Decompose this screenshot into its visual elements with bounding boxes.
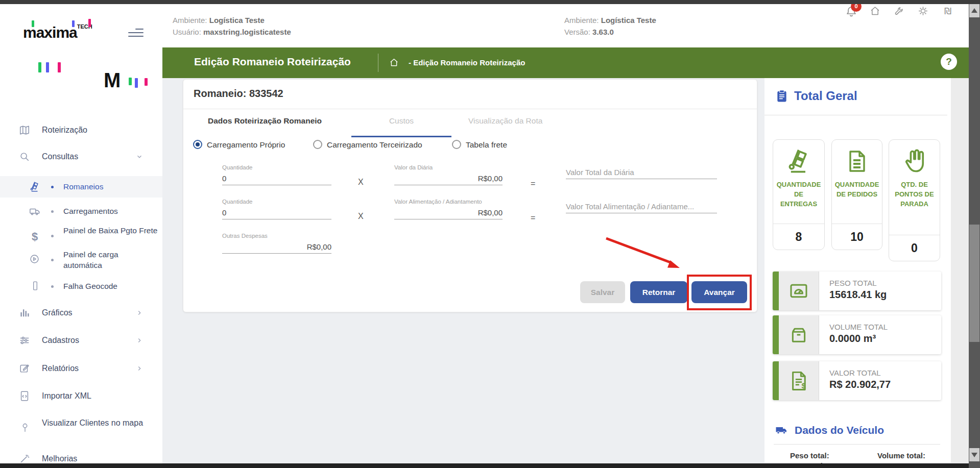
sidebar-logo-m: M	[104, 69, 121, 92]
edit-icon	[19, 363, 30, 374]
sidebar-logo-bar-green	[38, 62, 41, 72]
stat-card-entregas: QUANTIDADE DE ENTREGAS 8	[773, 139, 825, 250]
document-icon	[832, 140, 882, 178]
bullet-dot	[51, 259, 54, 261]
breadcrumb-home-icon[interactable]	[389, 58, 399, 67]
volume-total-label: VOLUME TOTAL	[829, 323, 888, 331]
peso-total-label: PESO TOTAL	[829, 279, 887, 287]
vertical-scrollbar[interactable]	[969, 0, 980, 468]
hand-truck-icon	[29, 181, 40, 192]
logo-tick-blue	[72, 20, 75, 27]
peso-total-value: 15618.41 kg	[829, 289, 887, 301]
quantidade-label-2: Quantidade	[222, 199, 331, 205]
chevron-right-icon	[136, 365, 143, 372]
app-root: maximaTECH Ambiente: Logística Teste Usu…	[0, 0, 980, 468]
carregamento-radio-group: Carregamento Próprio Carregamento Tercei…	[183, 140, 757, 152]
breadcrumb: - Edição Romaneio Roteirização	[409, 58, 525, 67]
tab-dados-roteirizacao-romaneio[interactable]: Dados Roteirização Romaneio	[208, 116, 322, 126]
sidebar-logo-bar-pink	[58, 62, 61, 72]
truck-icon	[29, 206, 40, 217]
wrench-icon[interactable]	[894, 6, 905, 17]
dados-veiculo-header: Dados do Veículo	[774, 424, 884, 436]
box-icon	[779, 315, 819, 354]
valor-diaria-input[interactable]	[394, 172, 503, 185]
retornar-button[interactable]: Retornar	[630, 281, 687, 303]
environment-info-left: Ambiente: Logística Teste Usuário: maxst…	[173, 14, 291, 38]
sidebar-logo-m-bar-pink	[145, 78, 148, 86]
help-button[interactable]: ?	[941, 54, 957, 70]
logo-tick-pink	[88, 19, 91, 27]
valor-total-alimentacao-input[interactable]	[566, 200, 717, 213]
outras-despesas-input[interactable]	[222, 240, 331, 254]
active-tab-underline	[351, 136, 451, 137]
scroll-down-button[interactable]	[969, 448, 979, 461]
multiply-operator: X	[358, 178, 364, 187]
stat-card-pedidos: QUANTIDADE DE PEDIDOS 10	[831, 139, 882, 250]
valor-diaria-field: Valor da Diária	[394, 164, 503, 185]
chevron-right-icon	[136, 309, 143, 316]
scrollbar-thumb[interactable]	[969, 225, 979, 342]
home-icon[interactable]	[870, 6, 881, 17]
equals-operator: =	[531, 179, 535, 188]
truck-icon	[774, 424, 789, 436]
dados-veiculo-title: Dados do Veículo	[795, 424, 884, 436]
vehicle-divider	[774, 444, 940, 445]
radio-carregamento-terceirizado[interactable]	[313, 140, 322, 149]
total-geral-title: Total Geral	[794, 89, 857, 103]
row-accent-bar	[773, 272, 779, 310]
ambiente-label: Ambiente:	[173, 16, 207, 24]
valor-total-alimentacao-field	[566, 199, 717, 213]
romaneio-form-card: Romaneio: 833542 Dados Roteirização Roma…	[183, 79, 757, 312]
page-titlebar: Edição Romaneio Roteirização - Edição Ro…	[162, 47, 969, 78]
scroll-up-button[interactable]	[969, 4, 979, 17]
salvar-button[interactable]: Salvar	[580, 281, 625, 303]
valor-total-diaria-input[interactable]	[566, 166, 717, 179]
bullet-dot	[51, 210, 54, 213]
stat-label-pontos-parada: QTD. DE PONTOS DE PARADA	[889, 178, 940, 235]
ambiente-label-2: Ambiente:	[564, 16, 599, 24]
wand-icon	[19, 453, 30, 464]
tab-custos[interactable]: Custos	[351, 116, 451, 126]
logo-text: maxima	[23, 24, 77, 41]
chevron-right-icon	[136, 337, 143, 344]
card-separator	[183, 109, 757, 109]
sidebar-logo-m-bar-blue	[135, 78, 138, 88]
versao-value: 3.63.0	[592, 28, 614, 36]
top-window-strip	[0, 0, 980, 4]
menu-toggle-icon[interactable]	[128, 29, 144, 39]
veh-volume-label: Volume total:	[877, 451, 925, 460]
radio-label-carregamento-proprio: Carregamento Próprio	[207, 140, 285, 150]
panel-scroll-gutter	[951, 78, 969, 463]
tab-visualizacao-da-rota[interactable]: Visualização da Rota	[468, 116, 542, 126]
scale-icon	[779, 272, 819, 310]
quantidade-alimentacao-field: Quantidade	[222, 199, 331, 219]
maximatech-logo: maximaTECH	[23, 23, 92, 41]
valor-total-label: VALOR TOTAL	[829, 368, 891, 377]
usuario-value: maxstring.logisticateste	[203, 28, 291, 36]
valor-alimentacao-input[interactable]	[394, 206, 503, 219]
romaneio-title: Romaneio: 833542	[194, 88, 283, 100]
gear-icon[interactable]	[918, 6, 929, 17]
map-pin-icon	[20, 423, 31, 434]
hand-icon	[889, 140, 940, 178]
invoice-icon: $	[779, 361, 819, 400]
quantidade-label: Quantidade	[222, 164, 331, 170]
play-icon	[29, 254, 40, 265]
volume-total-row: VOLUME TOTAL 0.0000 m³	[773, 315, 941, 354]
stat-card-pontos-parada: QTD. DE PONTOS DE PARADA 0	[889, 139, 940, 261]
map-icon	[19, 125, 30, 136]
stat-value-pontos-parada: 0	[889, 235, 940, 261]
bullet-dot	[51, 186, 54, 188]
radio-tabela-frete[interactable]	[452, 140, 461, 149]
valor-total-diaria-field	[566, 164, 717, 179]
svg-text:$: $	[802, 382, 806, 390]
titlebar-divider	[378, 54, 378, 72]
chart-icon	[19, 307, 30, 318]
currency-shekel-icon[interactable]: ₪	[942, 6, 953, 17]
quantidade-diaria-input[interactable]	[222, 172, 331, 185]
quantidade-diaria-field: Quantidade	[222, 164, 331, 185]
quantidade-alimentacao-input[interactable]	[222, 206, 331, 219]
row-accent-bar	[773, 361, 779, 400]
chevron-down-icon	[136, 153, 143, 160]
radio-carregamento-proprio[interactable]	[193, 140, 202, 149]
